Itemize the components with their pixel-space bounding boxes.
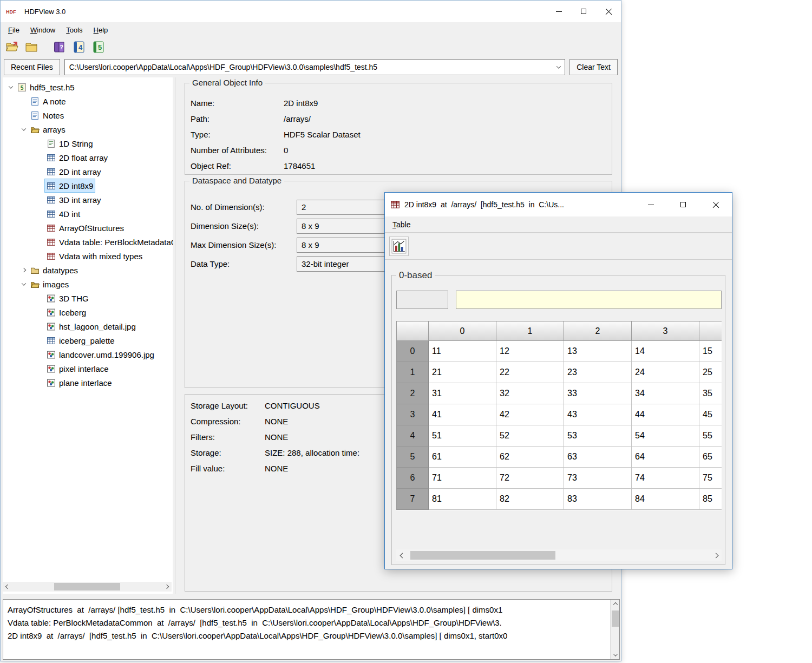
recent-files-button[interactable]: Recent Files bbox=[4, 59, 60, 75]
hdf4-button[interactable]: 4 bbox=[71, 39, 87, 55]
cell-reference-input[interactable] bbox=[396, 291, 448, 309]
table-cell-5-0[interactable]: 61 bbox=[429, 447, 496, 468]
tree-item-3d-int-array[interactable]: 3D int array bbox=[3, 193, 173, 207]
column-header-4[interactable] bbox=[699, 321, 722, 341]
tree-item-4d-int[interactable]: 4D int bbox=[3, 207, 173, 221]
minimize-button[interactable] bbox=[546, 1, 571, 22]
tree-item-plane-interlace[interactable]: plane interlace bbox=[3, 376, 173, 390]
tree-item-arrays[interactable]: arrays bbox=[3, 122, 173, 136]
row-header-5[interactable]: 5 bbox=[396, 447, 429, 468]
cell-value-input[interactable] bbox=[456, 291, 722, 309]
table-cell-7-3[interactable]: 84 bbox=[632, 489, 699, 510]
table-cell-3-2[interactable]: 43 bbox=[564, 404, 632, 425]
table-cell-0-2[interactable]: 13 bbox=[564, 341, 632, 362]
row-header-3[interactable]: 3 bbox=[396, 404, 429, 425]
row-header-4[interactable]: 4 bbox=[396, 425, 429, 447]
table-cell-6-1[interactable]: 72 bbox=[496, 468, 564, 489]
menu-help[interactable]: Help bbox=[88, 24, 114, 36]
table-cell-1-0[interactable]: 21 bbox=[429, 362, 496, 383]
tree-item-2d-int8x9[interactable]: 2D int8x9 bbox=[3, 179, 173, 193]
menu-window[interactable]: Window bbox=[25, 24, 61, 36]
column-header-3[interactable]: 3 bbox=[632, 321, 699, 341]
scroll-down-icon[interactable] bbox=[611, 650, 620, 659]
combo-dropdown-icon[interactable] bbox=[553, 60, 565, 75]
table-cell-5-3[interactable]: 64 bbox=[632, 447, 699, 468]
table-cell-3-0[interactable]: 41 bbox=[429, 404, 496, 425]
column-header-1[interactable]: 1 bbox=[496, 321, 564, 341]
tree-item-notes[interactable]: Notes bbox=[3, 108, 173, 122]
tree-item-vdata-with-mixed-types[interactable]: Vdata with mixed types bbox=[3, 249, 173, 263]
table-cell-2-1[interactable]: 32 bbox=[496, 383, 564, 404]
collapse-arrow-icon[interactable] bbox=[19, 279, 29, 289]
tree-item-iceberg[interactable]: Iceberg bbox=[3, 305, 173, 319]
open-file-button[interactable] bbox=[4, 39, 20, 55]
row-header-0[interactable]: 0 bbox=[396, 341, 429, 362]
table-cell-6-4[interactable]: 75 bbox=[699, 468, 722, 489]
table-cell-2-2[interactable]: 33 bbox=[564, 383, 632, 404]
table-cell-5-1[interactable]: 62 bbox=[496, 447, 564, 468]
table-cell-4-1[interactable]: 52 bbox=[496, 425, 564, 447]
row-header-2[interactable]: 2 bbox=[396, 383, 429, 404]
tree-item-hdf5-test-h5[interactable]: 5hdf5_test.h5 bbox=[3, 80, 173, 94]
scroll-up-icon[interactable] bbox=[611, 600, 620, 609]
table-scrollbar-thumb[interactable] bbox=[410, 551, 555, 560]
table-corner-cell[interactable] bbox=[396, 321, 429, 341]
tree-item-a-note[interactable]: A note bbox=[3, 94, 173, 108]
maximize-button[interactable] bbox=[571, 1, 596, 22]
main-titlebar[interactable]: HDF HDFView 3.0 bbox=[1, 1, 621, 22]
table-cell-6-0[interactable]: 71 bbox=[429, 468, 496, 489]
table-scroll-left-icon[interactable] bbox=[396, 549, 408, 561]
tree-item-arrayofstructures[interactable]: ArrayOfStructures bbox=[3, 221, 173, 235]
tree-scrollbar-thumb[interactable] bbox=[54, 583, 120, 590]
collapse-arrow-icon[interactable] bbox=[6, 82, 16, 92]
tree-item-iceberg-palette[interactable]: iceberg_palette bbox=[3, 333, 173, 347]
table-cell-5-4[interactable]: 65 bbox=[699, 447, 722, 468]
tree-horizontal-scrollbar[interactable] bbox=[3, 582, 172, 592]
table-cell-4-0[interactable]: 51 bbox=[429, 425, 496, 447]
row-header-1[interactable]: 1 bbox=[396, 362, 429, 383]
table-scroll-right-icon[interactable] bbox=[710, 549, 722, 561]
table-cell-3-1[interactable]: 42 bbox=[496, 404, 564, 425]
table-cell-2-4[interactable]: 35 bbox=[699, 383, 722, 404]
table-horizontal-scrollbar[interactable] bbox=[396, 549, 722, 561]
table-cell-1-2[interactable]: 23 bbox=[564, 362, 632, 383]
table-cell-6-2[interactable]: 73 bbox=[564, 468, 632, 489]
tree-item-3d-thg[interactable]: 3D THG bbox=[3, 291, 173, 305]
file-path-combobox[interactable]: C:\Users\lori.cooper\AppData\Local\Apps\… bbox=[64, 59, 565, 75]
table-cell-2-3[interactable]: 34 bbox=[632, 383, 699, 404]
table-cell-2-0[interactable]: 31 bbox=[429, 383, 496, 404]
tree-item-hst-lagoon-detail-jpg[interactable]: hst_lagoon_detail.jpg bbox=[3, 319, 173, 333]
table-cell-7-0[interactable]: 81 bbox=[429, 489, 496, 510]
clear-text-button[interactable]: Clear Text bbox=[569, 59, 618, 75]
table-cell-4-4[interactable]: 55 bbox=[699, 425, 722, 447]
chart-button[interactable] bbox=[389, 237, 409, 256]
tree-item-vdata-table-perblockmetadatacommon[interactable]: Vdata table: PerBlockMetadataCommon bbox=[3, 235, 173, 249]
column-header-0[interactable]: 0 bbox=[429, 321, 496, 341]
close-button[interactable] bbox=[596, 1, 621, 22]
tree-item-datatypes[interactable]: datatypes bbox=[3, 263, 173, 277]
table-cell-1-1[interactable]: 22 bbox=[496, 362, 564, 383]
table-maximize-button[interactable] bbox=[667, 193, 699, 216]
close-file-button[interactable] bbox=[23, 39, 40, 55]
table-cell-4-2[interactable]: 53 bbox=[564, 425, 632, 447]
table-close-button[interactable] bbox=[699, 193, 732, 216]
table-minimize-button[interactable] bbox=[634, 193, 667, 216]
table-cell-3-4[interactable]: 45 bbox=[699, 404, 722, 425]
table-cell-7-4[interactable]: 85 bbox=[699, 489, 722, 510]
tree-item-1d-string[interactable]: 1D String bbox=[3, 136, 173, 150]
tree-item-images[interactable]: images bbox=[3, 277, 173, 291]
hdf5-button[interactable]: 5 bbox=[90, 39, 107, 55]
table-cell-0-0[interactable]: 11 bbox=[429, 341, 496, 362]
panel-divider[interactable] bbox=[175, 77, 175, 594]
scroll-right-icon[interactable] bbox=[162, 582, 172, 592]
table-cell-6-3[interactable]: 74 bbox=[632, 468, 699, 489]
table-cell-0-1[interactable]: 12 bbox=[496, 341, 564, 362]
table-cell-5-2[interactable]: 63 bbox=[564, 447, 632, 468]
table-titlebar[interactable]: 2D int8x9 at /arrays/ [hdf5_test.h5 in C… bbox=[385, 193, 732, 216]
tree-item-pixel-interlace[interactable]: pixel interlace bbox=[3, 362, 173, 376]
row-header-7[interactable]: 7 bbox=[396, 489, 429, 510]
table-cell-4-3[interactable]: 54 bbox=[632, 425, 699, 447]
tree-item-2d-int-array[interactable]: 2D int array bbox=[3, 165, 173, 179]
column-header-2[interactable]: 2 bbox=[564, 321, 632, 341]
table-cell-0-3[interactable]: 14 bbox=[632, 341, 699, 362]
